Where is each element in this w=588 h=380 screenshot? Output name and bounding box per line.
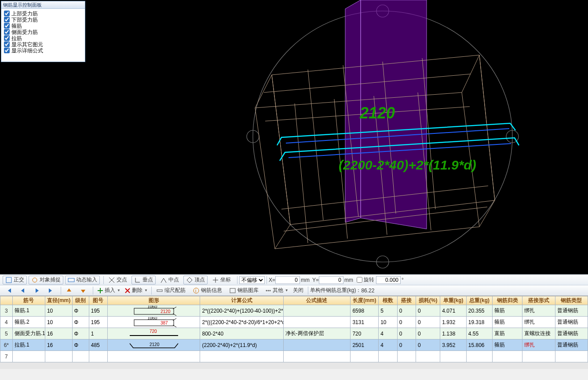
nav-next[interactable] bbox=[31, 286, 43, 295]
snap-coord[interactable]: 坐标 bbox=[209, 276, 234, 284]
column-header[interactable]: 图号 bbox=[89, 296, 107, 305]
snap-intersection[interactable]: 交点 bbox=[106, 276, 130, 284]
table-row[interactable]: 7 bbox=[0, 351, 588, 362]
rebar-info-button[interactable]: i钢筋信息 bbox=[190, 286, 225, 295]
svg-rect-38 bbox=[157, 290, 162, 291]
other-button[interactable]: 其他 bbox=[263, 287, 290, 294]
panel-checkbox[interactable] bbox=[4, 41, 10, 47]
rotate-checkbox[interactable] bbox=[357, 277, 362, 283]
scale-rebar-button[interactable]: 缩尺配筋 bbox=[153, 286, 188, 295]
column-header[interactable]: 级别 bbox=[72, 296, 89, 305]
delete-button[interactable]: 删除 bbox=[122, 287, 150, 294]
shape-cell[interactable]: 1060387 bbox=[108, 317, 200, 328]
dyn-input-toggle[interactable]: 动态输入 bbox=[65, 276, 100, 284]
svg-point-44 bbox=[269, 290, 270, 291]
svg-text:1060: 1060 bbox=[147, 306, 157, 309]
rebar-table-wrap[interactable]: 筋号直径(mm)级别图号图形计算公式公式描述长度(mm)根数搭接损耗(%)单重(… bbox=[0, 295, 588, 369]
column-header[interactable]: 根数 bbox=[379, 296, 397, 305]
panel-checkbox[interactable] bbox=[4, 35, 10, 41]
close-button[interactable]: 关闭 bbox=[290, 287, 306, 294]
column-header[interactable]: 公式描述 bbox=[283, 296, 351, 305]
row-header[interactable]: 5 bbox=[0, 328, 13, 339]
snap-toolbar: 正交 对象捕捉 动态输入 交点 垂点 中点 顶点 坐标 不偏移 X= mm Y=… bbox=[0, 274, 588, 285]
panel-title: 钢筋显示控制面板 bbox=[1, 1, 85, 9]
panel-checkbox[interactable] bbox=[4, 23, 10, 29]
svg-rect-41 bbox=[230, 288, 235, 293]
table-row[interactable]: 4箍筋.210Φ19510603872*(((2200-2*40-2*d-20)… bbox=[0, 317, 588, 328]
total-weight-value: 86.22 bbox=[361, 288, 374, 294]
y-input[interactable] bbox=[319, 276, 343, 284]
shape-cell[interactable]: 720 bbox=[108, 328, 200, 339]
column-header[interactable]: 直径(mm) bbox=[45, 296, 72, 305]
svg-rect-37 bbox=[68, 278, 74, 282]
column-header[interactable]: 损耗(%) bbox=[416, 296, 440, 305]
rotate-label: 旋转 bbox=[364, 276, 374, 284]
row-header[interactable]: 7 bbox=[0, 351, 13, 362]
nav-last[interactable] bbox=[45, 286, 57, 295]
panel-checkbox[interactable] bbox=[4, 11, 10, 16]
rebar-library-button[interactable]: 钢筋图库 bbox=[226, 286, 261, 295]
svg-marker-8 bbox=[255, 75, 290, 249]
panel-checkbox[interactable] bbox=[4, 48, 10, 53]
row-header[interactable]: 6* bbox=[0, 339, 13, 351]
svg-text:i: i bbox=[195, 288, 196, 293]
corner-cell bbox=[0, 296, 13, 305]
table-row[interactable]: 6*拉筋.116Φ4852120(2200-2*40)+2*(11.9*d)25… bbox=[0, 339, 588, 351]
column-header[interactable]: 搭接 bbox=[397, 296, 416, 305]
table-row[interactable]: 3箍筋.110Φ195106021202*((2200-2*40)+(1200-… bbox=[0, 305, 588, 317]
panel-item[interactable]: 下部受力筋 bbox=[4, 17, 82, 23]
svg-text:387: 387 bbox=[161, 321, 168, 325]
nav-prev[interactable] bbox=[17, 286, 29, 295]
column-header[interactable]: 计算公式 bbox=[200, 296, 283, 305]
dimension-value: 2120 bbox=[360, 104, 395, 122]
command-toolbar: 插入 删除 缩尺配筋 i钢筋信息 钢筋图库 其他 关闭 单构件钢筋总重(kg)：… bbox=[0, 285, 588, 295]
rebar-table: 筋号直径(mm)级别图号图形计算公式公式描述长度(mm)根数搭接损耗(%)单重(… bbox=[0, 296, 588, 362]
shape-cell[interactable]: 10602120 bbox=[108, 305, 200, 317]
svg-text:2120: 2120 bbox=[161, 309, 171, 314]
svg-text:720: 720 bbox=[150, 329, 157, 334]
panel-item[interactable]: 上部受力筋 bbox=[4, 11, 82, 17]
x-label: X= bbox=[269, 277, 275, 283]
panel-item[interactable]: 显示详细公式 bbox=[4, 48, 82, 54]
column-header[interactable]: 长度(mm) bbox=[351, 296, 379, 305]
snap-perpendicular[interactable]: 垂点 bbox=[131, 276, 156, 284]
svg-point-36 bbox=[33, 278, 37, 282]
column-header[interactable]: 图形 bbox=[108, 296, 200, 305]
panel-item[interactable]: 侧面受力筋 bbox=[4, 29, 82, 35]
column-header[interactable]: 钢筋归类 bbox=[493, 296, 522, 305]
panel-checkbox[interactable] bbox=[4, 29, 10, 35]
nav-down[interactable] bbox=[77, 286, 89, 295]
column-header[interactable]: 单重(kg) bbox=[440, 296, 466, 305]
osnap-toggle[interactable]: 对象捕捉 bbox=[29, 276, 63, 284]
x-input[interactable] bbox=[275, 276, 300, 284]
rebar-display-panel[interactable]: 钢筋显示控制面板 上部受力筋下部受力筋箍筋侧面受力筋拉筋显示其它图元显示详细公式 bbox=[1, 1, 85, 62]
column-header[interactable]: 搭接形式 bbox=[522, 296, 555, 305]
snap-vertex[interactable]: 顶点 bbox=[183, 276, 208, 284]
column-header[interactable]: 筋号 bbox=[12, 296, 45, 305]
nav-first[interactable] bbox=[3, 286, 15, 295]
panel-item[interactable]: 显示其它图元 bbox=[4, 41, 82, 48]
table-row[interactable]: 5侧面受力筋.116Φ1720800-2*40净长-两倍保护层7204001.1… bbox=[0, 328, 588, 339]
row-header[interactable]: 4 bbox=[0, 317, 13, 328]
ortho-toggle[interactable]: 正交 bbox=[3, 276, 27, 284]
panel-item[interactable]: 箍筋 bbox=[4, 23, 82, 29]
panel-item[interactable]: 拉筋 bbox=[4, 35, 82, 41]
total-weight-label: 单构件钢筋总重(kg)： bbox=[310, 287, 362, 294]
dimension-formula: (2200-2*40)+2*(11.9*d) bbox=[339, 158, 476, 173]
column-header[interactable]: 钢筋类型 bbox=[555, 296, 588, 305]
panel-checkbox[interactable] bbox=[4, 17, 10, 22]
offset-select[interactable]: 不偏移 bbox=[239, 276, 265, 284]
svg-text:1060: 1060 bbox=[147, 317, 157, 321]
snap-midpoint[interactable]: 中点 bbox=[157, 276, 182, 284]
row-header[interactable]: 3 bbox=[0, 305, 13, 317]
y-label: Y= bbox=[312, 277, 319, 283]
column-header[interactable]: 总重(kg) bbox=[466, 296, 492, 305]
rotate-input[interactable] bbox=[376, 276, 401, 284]
svg-text:2120: 2120 bbox=[150, 342, 160, 347]
viewport-3d[interactable]: 2120 (2200-2*40)+2*(11.9*d) z x y 钢筋显示控制… bbox=[0, 0, 588, 274]
shape-cell[interactable]: 2120 bbox=[108, 339, 200, 351]
svg-point-43 bbox=[267, 290, 269, 291]
insert-button[interactable]: 插入 bbox=[95, 287, 122, 294]
svg-rect-35 bbox=[6, 277, 11, 283]
nav-up[interactable] bbox=[63, 286, 75, 295]
